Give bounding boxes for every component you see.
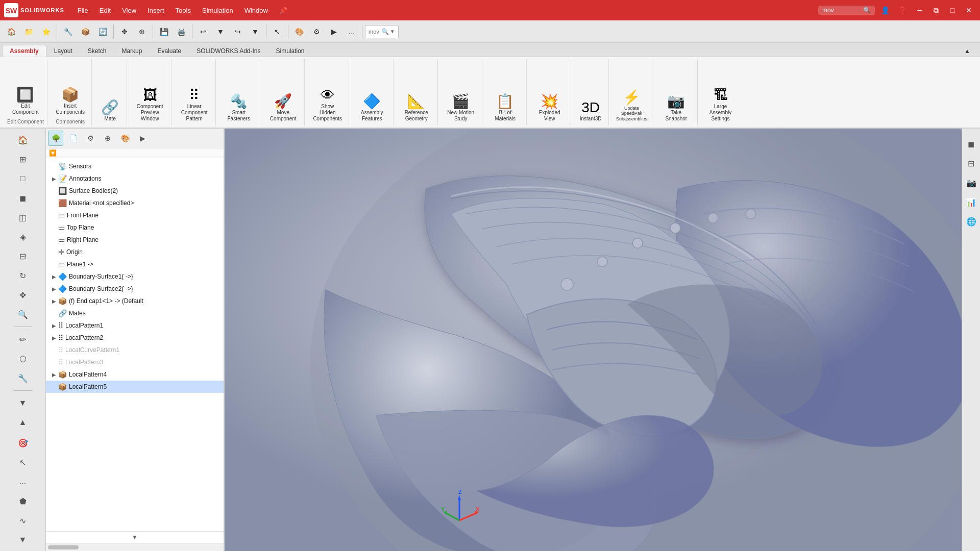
end-cap-expander[interactable]: ▶	[50, 297, 58, 305]
help-icon[interactable]: ❓	[895, 3, 910, 17]
triad-icon[interactable]: ⊕	[134, 23, 150, 40]
tree-item-local-curve-pattern1[interactable]: ⠿ LocalCurvePattern1	[46, 344, 224, 356]
macro-icon[interactable]: ▶	[326, 23, 342, 40]
side-rotate-icon[interactable]: ↻	[14, 266, 32, 285]
expand-btn[interactable]: ▶	[135, 131, 150, 146]
rebuild-icon[interactable]: 🔧	[60, 23, 76, 40]
search-input[interactable]	[822, 7, 863, 14]
rp-chart-icon[interactable]: 📊	[962, 193, 981, 211]
tree-item-boundary-surface2[interactable]: ▶ 🔷 Boundary-Surface2{ ->}	[46, 283, 224, 295]
side-down-icon[interactable]: ▼	[14, 394, 32, 412]
assembly-features-button[interactable]: 🔷 Assembly Features	[354, 92, 390, 124]
tree-view-btn[interactable]: 🌳	[48, 131, 63, 146]
tree-scroll-down[interactable]: ▼	[46, 531, 224, 543]
plane1-expander[interactable]	[50, 260, 58, 268]
side-selection-icon[interactable]: ↖	[14, 453, 32, 471]
user-icon[interactable]: 👤	[878, 3, 892, 17]
edit-component-button[interactable]: 🔲 Edit Component	[8, 85, 43, 118]
bill-of-materials-button[interactable]: 📋 Bill of Materials	[487, 92, 523, 124]
boundary1-expander[interactable]: ▶	[50, 272, 58, 281]
side-section-icon[interactable]: ⊟	[14, 247, 32, 265]
exploded-view-button[interactable]: 💥 Exploded View	[532, 92, 568, 124]
large-assembly-button[interactable]: 🏗 Large Assembly Settings	[703, 86, 739, 124]
new-doc-icon[interactable]: 🏠	[3, 23, 19, 40]
show-hidden-button[interactable]: 👁 Show Hidden Components	[310, 86, 346, 124]
instant3d-button[interactable]: 3D Instant3D	[576, 98, 605, 124]
tab-sketch[interactable]: Sketch	[80, 45, 114, 57]
lp4-expander[interactable]: ▶	[50, 370, 58, 379]
tree-item-annotations[interactable]: ▶ 📝 Annotations	[46, 172, 224, 185]
print-icon[interactable]: 🖨️	[173, 23, 189, 40]
tree-item-top-plane[interactable]: ▭ Top Plane	[46, 221, 224, 234]
lp1-expander[interactable]: ▶	[50, 321, 58, 330]
rotate-view-icon[interactable]: 🔄	[94, 23, 111, 40]
linear-pattern-button[interactable]: ⠿ Linear Component Pattern	[177, 86, 212, 124]
open-icon[interactable]: 📁	[20, 23, 37, 40]
insert-components-button[interactable]: 📦 Insert Components	[53, 85, 88, 118]
side-zoom-icon[interactable]: 🔍	[14, 305, 32, 323]
tree-item-boundary-surface1[interactable]: ▶ 🔷 Boundary-Surface1{ ->}	[46, 270, 224, 283]
side-up-icon[interactable]: ▲	[14, 413, 32, 432]
tree-item-local-pattern4[interactable]: ▶ 📦 LocalPattern4	[46, 368, 224, 381]
menu-window[interactable]: Window	[239, 5, 273, 16]
tree-item-local-pattern2[interactable]: ▶ ⠿ LocalPattern2	[46, 332, 224, 344]
boundary2-expander[interactable]: ▶	[50, 285, 58, 293]
surface-bodies-expander[interactable]	[50, 187, 58, 195]
side-zoom-fit-icon[interactable]: ⊞	[14, 150, 32, 168]
tree-item-material[interactable]: 🟫 Material <not specified>	[46, 197, 224, 209]
side-down2-icon[interactable]: ▼	[14, 531, 32, 549]
tab-evaluate[interactable]: Evaluate	[150, 45, 189, 57]
save-icon[interactable]: 💾	[156, 23, 172, 40]
side-snap-icon[interactable]: 🎯	[14, 434, 32, 452]
redo-dropdown-icon[interactable]: ▼	[247, 23, 263, 40]
top-plane-expander[interactable]	[50, 223, 58, 232]
tree-item-surface-bodies[interactable]: 🔲 Surface Bodies(2)	[46, 185, 224, 197]
menu-pin[interactable]: 📌	[274, 5, 292, 16]
smart-fasteners-button[interactable]: 🔩 Smart Fasteners	[221, 92, 257, 124]
menu-simulation[interactable]: Simulation	[197, 5, 238, 16]
undo-dropdown-icon[interactable]: ▼	[212, 23, 229, 40]
tree-item-right-plane[interactable]: ▭ Right Plane	[46, 234, 224, 246]
select-icon[interactable]: ↖	[269, 23, 285, 40]
ribbon-collapse-btn[interactable]: ▲	[957, 45, 978, 57]
appearance-icon[interactable]: 🎨	[291, 23, 307, 40]
new-motion-study-button[interactable]: 🎬 New Motion Study	[443, 92, 479, 124]
tree-item-mates[interactable]: 🔗 Mates	[46, 307, 224, 319]
tab-layout[interactable]: Layout	[46, 45, 80, 57]
tab-markup[interactable]: Markup	[114, 45, 150, 57]
viewport[interactable]: ⊞ 🔍 ↩ ↖ ◼ ▼ 👁 ▼ 💡 🎨 ⊟ ▼ 📐 ⤢ ⬜ ✕	[225, 129, 980, 551]
tree-horizontal-scrollbar[interactable]	[46, 543, 224, 551]
menu-view[interactable]: View	[117, 5, 141, 16]
reference-geometry-button[interactable]: 📐 Reference Geometry	[399, 92, 434, 124]
move-component-button[interactable]: 🚀 Move Component	[265, 92, 301, 124]
close-button[interactable]: ✕	[962, 3, 976, 17]
tree-item-sensors[interactable]: 📡 Sensors	[46, 160, 224, 172]
sensors-expander[interactable]	[50, 162, 58, 170]
side-more-icon[interactable]: ...	[14, 472, 32, 491]
tree-item-plane1[interactable]: ▭ Plane1 ->	[46, 258, 224, 270]
rp-scene-icon[interactable]: 🌐	[962, 212, 981, 231]
lcp1-expander[interactable]	[50, 346, 58, 354]
take-snapshot-button[interactable]: 📷 Take Snapshot	[658, 92, 694, 124]
appearance-btn[interactable]: 🎨	[117, 131, 133, 146]
mates-expander[interactable]	[50, 309, 58, 317]
side-shaded-icon[interactable]: ◼	[14, 189, 32, 207]
annotations-expander[interactable]: ▶	[50, 174, 58, 183]
right-plane-expander[interactable]	[50, 236, 58, 244]
side-feature-icon[interactable]: ⬡	[14, 349, 32, 368]
tree-item-end-cap[interactable]: ▶ 📦 (f) End cap1<1> -> (Default	[46, 295, 224, 307]
tree-item-local-pattern5[interactable]: 📦 LocalPattern5	[46, 381, 224, 393]
property-manager-btn[interactable]: 📄	[65, 131, 81, 146]
side-assembly-icon[interactable]: 🔧	[14, 369, 32, 387]
tree-item-local-pattern3[interactable]: ⠿ LocalPattern3	[46, 356, 224, 368]
component-preview-button[interactable]: 🖼 Component Preview Window	[132, 86, 168, 124]
front-plane-expander[interactable]	[50, 211, 58, 219]
lp5-expander[interactable]	[50, 383, 58, 391]
maximize-button[interactable]: □	[945, 3, 960, 17]
menu-file[interactable]: File	[72, 5, 93, 16]
side-perspective-icon[interactable]: ◈	[14, 228, 32, 246]
more-icon[interactable]: ...	[343, 23, 359, 40]
side-sketch-icon[interactable]: ✏	[14, 330, 32, 348]
mate-button[interactable]: 🔗 Mate	[97, 98, 124, 124]
redo-icon[interactable]: ↪	[230, 23, 246, 40]
